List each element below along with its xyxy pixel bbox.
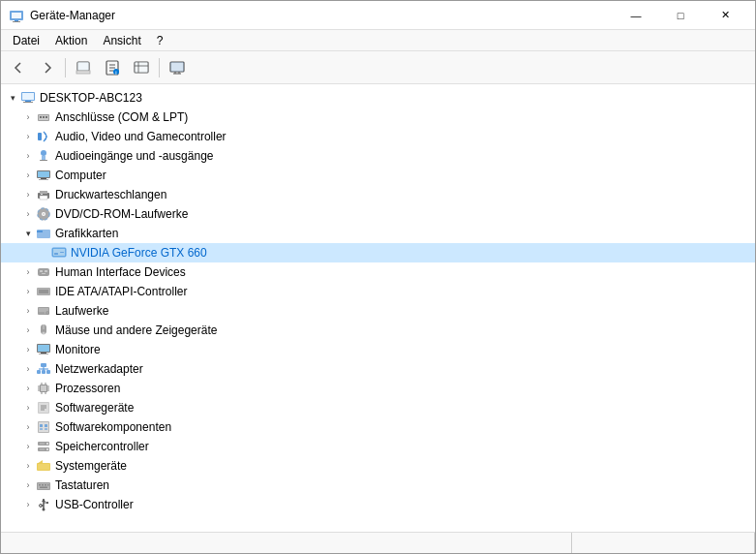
svg-rect-42 bbox=[41, 194, 43, 195]
svg-rect-73 bbox=[37, 370, 41, 374]
svg-rect-99 bbox=[40, 428, 43, 430]
menu-help[interactable]: ? bbox=[149, 32, 171, 49]
item-label: Monitore bbox=[55, 343, 101, 356]
software-component-icon bbox=[36, 419, 51, 435]
root-expand-arrow: ▾ bbox=[5, 90, 20, 106]
svg-rect-113 bbox=[42, 484, 44, 486]
list-item[interactable]: › Softwaregeräte bbox=[1, 398, 755, 417]
expand-arrow: › bbox=[20, 497, 36, 512]
svg-rect-53 bbox=[38, 268, 49, 276]
list-item[interactable]: › Systemgeräte bbox=[1, 456, 755, 476]
back-button[interactable] bbox=[5, 55, 32, 80]
list-item[interactable]: › Tastaturen bbox=[1, 476, 755, 495]
nvidia-gpu-item[interactable]: NVIDIA GeForce GTX 660 bbox=[1, 243, 755, 262]
svg-rect-115 bbox=[47, 484, 49, 486]
svg-rect-75 bbox=[46, 370, 50, 374]
software-device-icon bbox=[36, 400, 51, 416]
monitor-icon bbox=[36, 342, 51, 357]
item-label: Netzwerkadapter bbox=[55, 362, 143, 376]
svg-rect-72 bbox=[41, 363, 46, 367]
svg-rect-38 bbox=[39, 179, 48, 180]
expand-arrow: › bbox=[20, 381, 36, 396]
forward-button[interactable] bbox=[34, 55, 61, 80]
list-item[interactable]: › Mäuse und andere Zeigegeräte bbox=[1, 321, 755, 340]
drive-icon bbox=[36, 303, 51, 319]
list-item[interactable]: › Druckwarteschlangen bbox=[1, 185, 755, 204]
toolbar: i bbox=[1, 51, 755, 84]
svg-rect-56 bbox=[42, 273, 45, 274]
list-item[interactable]: › Softwarekomponenten bbox=[1, 417, 755, 437]
svg-rect-71 bbox=[39, 354, 48, 354]
monitor-button[interactable] bbox=[164, 55, 191, 80]
audio-io-icon bbox=[36, 148, 51, 164]
content-area: ▾ DESKTOP-ABC123 › bbox=[1, 84, 755, 532]
list-item[interactable]: › bbox=[1, 379, 755, 398]
close-button[interactable]: ✕ bbox=[703, 1, 747, 30]
svg-rect-40 bbox=[40, 191, 47, 194]
svg-rect-116 bbox=[40, 487, 47, 489]
expand-arrow: › bbox=[20, 148, 36, 164]
list-item[interactable]: › Audioeingänge und -ausgänge bbox=[1, 146, 755, 166]
svg-rect-70 bbox=[41, 353, 46, 354]
svg-rect-100 bbox=[45, 428, 47, 430]
svg-point-29 bbox=[43, 116, 45, 118]
tree-root[interactable]: ▾ DESKTOP-ABC123 bbox=[1, 88, 755, 108]
svg-rect-51 bbox=[54, 253, 58, 255]
svg-rect-37 bbox=[41, 178, 46, 179]
maximize-button[interactable]: □ bbox=[658, 1, 703, 30]
system-devices-icon bbox=[36, 458, 51, 474]
expand-arrow: › bbox=[20, 284, 36, 299]
item-label: Speichercontroller bbox=[55, 440, 149, 453]
svg-rect-14 bbox=[135, 62, 148, 73]
cpu-icon bbox=[36, 381, 51, 396]
minimize-button[interactable]: — bbox=[614, 1, 658, 30]
svg-rect-25 bbox=[23, 102, 33, 103]
svg-rect-34 bbox=[40, 160, 47, 161]
list-item[interactable]: › Monitore bbox=[1, 340, 755, 359]
svg-rect-69 bbox=[38, 345, 49, 352]
expand-arrow: › bbox=[20, 264, 36, 280]
item-label: Audioeingänge und -ausgänge bbox=[55, 149, 213, 163]
item-label: Grafikkarten bbox=[55, 227, 118, 240]
list-item[interactable]: › USB-Controller bbox=[1, 495, 755, 514]
list-item[interactable]: › Computer bbox=[1, 166, 755, 185]
svg-point-63 bbox=[46, 312, 49, 315]
item-label: Laufwerke bbox=[55, 304, 108, 318]
device-tree[interactable]: ▾ DESKTOP-ABC123 › bbox=[1, 84, 755, 532]
audio-icon bbox=[36, 129, 51, 144]
item-label: USB-Controller bbox=[55, 498, 134, 511]
svg-rect-79 bbox=[41, 385, 46, 391]
list-item[interactable]: › Anschlüsse (COM & LPT) bbox=[1, 108, 755, 127]
list-item[interactable]: › DVD/CD-ROM-Laufwerke bbox=[1, 204, 755, 224]
list-item[interactable]: › Audio, Video und Gamecontroller bbox=[1, 127, 755, 146]
svg-marker-118 bbox=[42, 499, 45, 502]
svg-rect-36 bbox=[38, 171, 49, 177]
list-item[interactable]: › Human Interface Devices bbox=[1, 262, 755, 282]
list-item[interactable]: › IDE ATA/ATAPI-Controller bbox=[1, 282, 755, 301]
menu-ansicht[interactable]: Ansicht bbox=[95, 32, 148, 49]
svg-point-104 bbox=[46, 448, 48, 450]
svg-rect-55 bbox=[45, 270, 47, 272]
list-item[interactable]: › Laufwerke bbox=[1, 301, 755, 321]
list-item[interactable]: › Speichercontroller bbox=[1, 437, 755, 456]
gpu-folder-icon bbox=[36, 226, 51, 241]
svg-rect-109 bbox=[38, 464, 49, 470]
item-label: Audio, Video und Gamecontroller bbox=[55, 130, 227, 143]
menu-datei[interactable]: Datei bbox=[5, 32, 47, 49]
expand-arrow: › bbox=[20, 439, 36, 454]
scan-button[interactable] bbox=[128, 55, 155, 80]
menu-bar: Datei Aktion Ansicht ? bbox=[1, 30, 755, 51]
update-button[interactable] bbox=[70, 55, 97, 80]
svg-rect-31 bbox=[38, 133, 42, 140]
expand-arrow: › bbox=[20, 206, 36, 222]
menu-aktion[interactable]: Aktion bbox=[47, 32, 95, 49]
nvidia-icon bbox=[51, 245, 67, 261]
list-item[interactable]: › Netzwerkadapter bbox=[1, 359, 755, 379]
expand-arrow: › bbox=[20, 129, 36, 144]
list-item[interactable]: ▾ Grafikkarten bbox=[1, 224, 755, 243]
expand-arrow: › bbox=[20, 323, 36, 338]
svg-rect-3 bbox=[13, 21, 20, 22]
expand-arrow: › bbox=[20, 109, 36, 125]
properties-button[interactable]: i bbox=[99, 55, 126, 80]
title-bar: Geräte-Manager — □ ✕ bbox=[1, 1, 755, 30]
